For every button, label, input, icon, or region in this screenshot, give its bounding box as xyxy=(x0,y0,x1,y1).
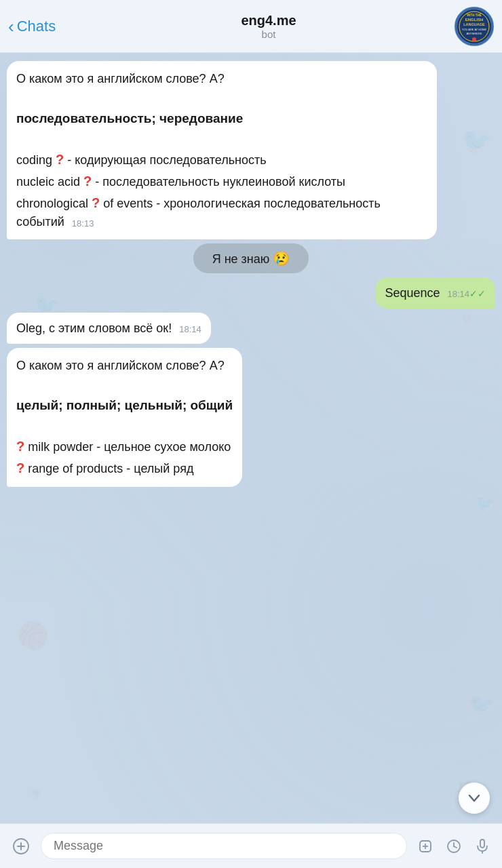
svg-text:ENGLISH: ENGLISH xyxy=(465,18,484,22)
msg5-line1: О каком это я английском слове? А? xyxy=(16,357,233,374)
back-button[interactable]: ‹ Chats xyxy=(8,18,83,35)
back-label: Chats xyxy=(17,18,56,35)
msg1-timestamp: 18:13 xyxy=(72,218,94,229)
msg4-text: Oleg, с этим словом всё ок! xyxy=(16,321,175,335)
question-icon-3: ? xyxy=(92,195,100,210)
msg1-line5: chronological ? of events - хронологичес… xyxy=(16,193,427,231)
msg5-bold: целый; полный; цельный; общий xyxy=(16,396,233,415)
bubble-center[interactable]: Я не знаю 😢 xyxy=(193,243,309,273)
question-icon-4: ? xyxy=(16,439,24,454)
microphone-button[interactable] xyxy=(471,835,494,858)
svg-point-17 xyxy=(472,37,476,41)
msg1-line4: nucleic acid ? - последовательность нукл… xyxy=(16,172,427,191)
bubble-incoming-1: О каком это я английском слове? А? после… xyxy=(7,61,437,239)
clock-button[interactable] xyxy=(442,835,465,858)
msg1-bold: последовательность; чередование xyxy=(16,109,427,128)
message-row-incoming-3: О каком это я английском слове? А? целый… xyxy=(7,348,495,487)
read-checkmarks: ✓✓ xyxy=(469,288,486,299)
svg-line-26 xyxy=(454,846,457,848)
avatar[interactable]: WITH THE ENGLISH LANGUAGE YOU ARE AT HOM… xyxy=(455,7,494,46)
msg1-line3: coding ? - кодирующая последовательность xyxy=(16,150,427,170)
question-icon-5: ? xyxy=(16,460,24,475)
msg5-line3: ? milk powder - цельное сухое молоко xyxy=(16,437,233,456)
back-chevron-icon: ‹ xyxy=(8,18,14,35)
svg-rect-27 xyxy=(480,840,484,848)
input-bar xyxy=(0,823,502,868)
message-row-center: Я не знаю 😢 xyxy=(7,243,495,273)
center-text: Я не знаю xyxy=(212,252,273,266)
svg-text:🐦: 🐦 xyxy=(468,692,495,717)
bot-name[interactable]: eng4.me xyxy=(83,13,455,28)
message-row-incoming-2: Oleg, с этим словом всё ок! 18:14 xyxy=(7,313,495,344)
svg-text:YOU ARE AT HOME: YOU ARE AT HOME xyxy=(462,28,487,31)
command-button[interactable] xyxy=(414,835,437,858)
bubble-outgoing-1: Sequence 18:14✓✓ xyxy=(375,277,495,309)
input-right-icons xyxy=(414,835,494,858)
message-input[interactable] xyxy=(41,833,407,859)
svg-text:ANYWHERE: ANYWHERE xyxy=(466,32,482,35)
question-icon-1: ? xyxy=(56,152,64,167)
msg3-timestamp: 18:14 xyxy=(447,289,469,299)
svg-text:♥: ♥ xyxy=(31,783,42,804)
message-row-outgoing-1: Sequence 18:14✓✓ xyxy=(7,277,495,309)
svg-text:🏀: 🏀 xyxy=(17,620,50,651)
message-row: О каком это я английском слове? А? после… xyxy=(7,61,495,239)
msg4-timestamp: 18:14 xyxy=(179,324,201,334)
bubble-incoming-3: О каком это я английском слове? А? целый… xyxy=(7,348,242,487)
bubble-incoming-2: Oleg, с этим словом всё ок! 18:14 xyxy=(7,313,211,344)
sad-emoji: 😢 xyxy=(273,251,290,266)
msg1-line1: О каком это я английском слове? А? xyxy=(16,70,427,87)
msg3-text: Sequence xyxy=(385,286,443,300)
svg-text:LANGUAGE: LANGUAGE xyxy=(463,22,485,26)
scroll-to-bottom-button[interactable] xyxy=(459,783,490,814)
msg5-line4: ? range of products - целый ряд xyxy=(16,458,233,478)
svg-text:WITH THE: WITH THE xyxy=(467,14,482,17)
chat-area: О каком это я английском слове? А? после… xyxy=(0,53,502,541)
header-center: eng4.me bot xyxy=(83,13,455,40)
attachment-button[interactable] xyxy=(8,833,34,859)
header: ‹ Chats eng4.me bot WITH THE ENGLISH LAN… xyxy=(0,0,502,53)
question-icon-2: ? xyxy=(83,174,92,189)
avatar-inner: WITH THE ENGLISH LANGUAGE YOU ARE AT HOM… xyxy=(456,8,493,45)
bot-type: bot xyxy=(83,28,455,40)
